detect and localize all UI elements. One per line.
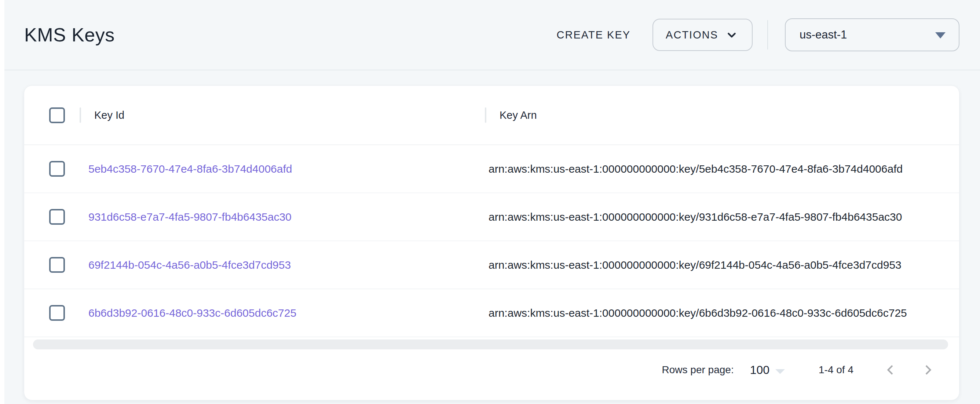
kms-keys-card: Key Id Key Arn 5eb4c358-7670-47e4-8fa6-3… bbox=[24, 86, 959, 400]
row-checkbox-cell bbox=[24, 305, 80, 321]
pagination-range: 1-4 of 4 bbox=[819, 364, 853, 376]
table-row: 6b6d3b92-0616-48c0-933c-6d605dc6c725 arn… bbox=[24, 289, 959, 337]
column-resize-handle[interactable] bbox=[80, 107, 81, 123]
rows-per-page-value: 100 bbox=[750, 363, 770, 377]
triangle-down-icon bbox=[935, 32, 945, 38]
key-id-link[interactable]: 69f2144b-054c-4a56-a0b5-4fce3d7cd953 bbox=[88, 259, 291, 271]
key-id-link[interactable]: 6b6d3b92-0616-48c0-933c-6d605dc6c725 bbox=[88, 307, 296, 319]
page-header: KMS Keys CREATE KEY ACTIONS us-east-1 bbox=[5, 0, 980, 70]
row-checkbox-cell bbox=[24, 209, 80, 225]
next-page-button[interactable] bbox=[920, 362, 936, 378]
row-keyarn-cell: arn:aws:kms:us-east-1:000000000000:key/5… bbox=[485, 163, 959, 175]
main-content: KMS Keys CREATE KEY ACTIONS us-east-1 bbox=[5, 0, 980, 404]
key-arn-text: arn:aws:kms:us-east-1:000000000000:key/9… bbox=[488, 211, 902, 223]
row-keyid-cell: 6b6d3b92-0616-48c0-933c-6d605dc6c725 bbox=[80, 307, 485, 319]
actions-button[interactable]: ACTIONS bbox=[652, 19, 752, 51]
table-row: 931d6c58-e7a7-4fa5-9807-fb4b6435ac30 arn… bbox=[24, 193, 959, 241]
header-actions: CREATE KEY ACTIONS us-east-1 bbox=[549, 18, 959, 51]
chevron-left-icon bbox=[882, 362, 898, 378]
key-id-link[interactable]: 5eb4c358-7670-47e4-8fa6-3b74d4006afd bbox=[88, 163, 292, 175]
create-key-button[interactable]: CREATE KEY bbox=[549, 22, 639, 48]
page-title: KMS Keys bbox=[24, 24, 115, 46]
table-row: 69f2144b-054c-4a56-a0b5-4fce3d7cd953 arn… bbox=[24, 241, 959, 289]
key-arn-text: arn:aws:kms:us-east-1:000000000000:key/6… bbox=[488, 259, 902, 271]
triangle-down-icon bbox=[775, 369, 785, 374]
horizontal-scrollbar[interactable] bbox=[33, 339, 948, 349]
actions-button-label: ACTIONS bbox=[666, 29, 718, 41]
row-checkbox-cell bbox=[24, 161, 80, 177]
row-checkbox[interactable] bbox=[49, 305, 65, 321]
row-checkbox[interactable] bbox=[49, 161, 65, 177]
row-keyid-cell: 5eb4c358-7670-47e4-8fa6-3b74d4006afd bbox=[80, 163, 485, 175]
column-header-key-arn: Key Arn bbox=[500, 109, 537, 121]
chevron-down-icon bbox=[724, 27, 740, 43]
row-keyarn-cell: arn:aws:kms:us-east-1:000000000000:key/6… bbox=[485, 259, 959, 271]
select-all-checkbox[interactable] bbox=[49, 107, 65, 123]
row-keyarn-cell: arn:aws:kms:us-east-1:000000000000:key/6… bbox=[485, 307, 959, 319]
key-arn-text: arn:aws:kms:us-east-1:000000000000:key/6… bbox=[488, 307, 907, 319]
chevron-right-icon bbox=[920, 362, 936, 378]
previous-page-button[interactable] bbox=[882, 362, 898, 378]
region-select[interactable]: us-east-1 bbox=[785, 18, 959, 51]
row-keyid-cell: 69f2144b-054c-4a56-a0b5-4fce3d7cd953 bbox=[80, 259, 485, 271]
header-keyarn-cell: Key Arn bbox=[485, 107, 959, 123]
key-id-link[interactable]: 931d6c58-e7a7-4fa5-9807-fb4b6435ac30 bbox=[88, 211, 291, 223]
row-checkbox-cell bbox=[24, 257, 80, 273]
header-keyid-cell: Key Id bbox=[80, 107, 485, 123]
column-header-key-id: Key Id bbox=[94, 109, 124, 121]
header-vertical-divider bbox=[767, 20, 768, 49]
rows-per-page-select[interactable]: 100 bbox=[750, 363, 785, 377]
row-keyarn-cell: arn:aws:kms:us-east-1:000000000000:key/9… bbox=[485, 211, 959, 223]
pagination-bar: Rows per page: 100 1-4 of 4 bbox=[24, 362, 959, 378]
table-row: 5eb4c358-7670-47e4-8fa6-3b74d4006afd arn… bbox=[24, 145, 959, 193]
row-keyid-cell: 931d6c58-e7a7-4fa5-9807-fb4b6435ac30 bbox=[80, 211, 485, 223]
table-header-row: Key Id Key Arn bbox=[24, 86, 959, 145]
rows-per-page-label: Rows per page: bbox=[662, 364, 734, 376]
left-gutter bbox=[0, 0, 5, 404]
row-checkbox[interactable] bbox=[49, 257, 65, 273]
row-checkbox[interactable] bbox=[49, 209, 65, 225]
key-arn-text: arn:aws:kms:us-east-1:000000000000:key/5… bbox=[488, 163, 903, 175]
header-checkbox-cell bbox=[24, 107, 80, 123]
column-resize-handle[interactable] bbox=[485, 107, 486, 123]
kms-keys-page: KMS Keys CREATE KEY ACTIONS us-east-1 bbox=[0, 0, 980, 404]
region-select-value: us-east-1 bbox=[800, 28, 847, 41]
